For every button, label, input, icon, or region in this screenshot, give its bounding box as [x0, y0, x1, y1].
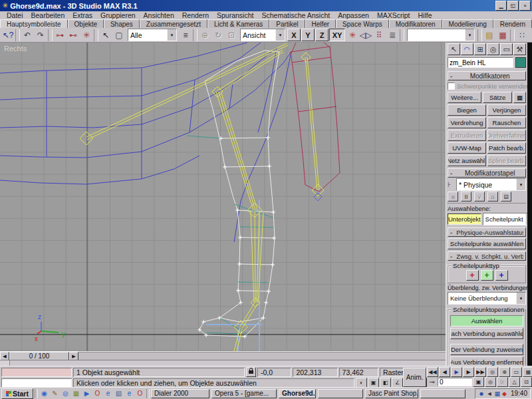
modifier-button[interactable]: Verjüngen: [487, 104, 526, 116]
next-frame-button[interactable]: ▶: [463, 367, 474, 377]
crossing-toggle-icon[interactable]: ▣: [368, 378, 379, 388]
quicklaunch-ie2-icon[interactable]: e: [124, 389, 134, 398]
degradation-toggle-icon[interactable]: ◐: [356, 378, 367, 388]
use-pivot-checkbox[interactable]: [448, 82, 455, 90]
active-toggle-icon[interactable]: ☼: [448, 192, 458, 201]
toolbar-tab[interactable]: Modifikatoren: [389, 19, 442, 28]
named-selection-sets-dropdown[interactable]: [407, 29, 475, 41]
tray-app-icon[interactable]: ◆: [502, 390, 507, 397]
menu-item[interactable]: Datei: [3, 11, 27, 19]
zoom-all-icon[interactable]: ⊕: [499, 367, 510, 377]
coordinate-z-field[interactable]: 73,462: [339, 368, 378, 377]
tray-user-icon[interactable]: ☻: [478, 390, 484, 397]
quicklaunch-internet-icon[interactable]: ◉: [39, 389, 49, 398]
restrict-xy-button[interactable]: XY: [329, 29, 345, 41]
align-icon[interactable]: ≣: [386, 29, 399, 41]
task-button[interactable]: [318, 389, 363, 398]
minimize-button[interactable]: ▁: [495, 1, 507, 11]
display-tab[interactable]: ▭: [500, 43, 513, 55]
ik-toggle-icon[interactable]: ✳: [346, 29, 359, 41]
utilities-tab[interactable]: ⚒: [513, 43, 526, 55]
pin-stack-icon[interactable]: ⊦: [448, 181, 455, 188]
menu-item[interactable]: MAXScript: [373, 11, 414, 19]
zoom-extents-all-icon[interactable]: ▦: [523, 367, 532, 377]
selection-lock-icon[interactable]: [246, 367, 256, 377]
region-zoom-icon[interactable]: ▣: [473, 377, 484, 387]
menu-item[interactable]: Hilfe: [414, 11, 436, 19]
min-max-toggle-icon[interactable]: ⊡: [521, 377, 532, 387]
vertex-type-blue-button[interactable]: +: [495, 270, 508, 281]
subobject-button[interactable]: Unterobjekt: [448, 213, 481, 225]
rollout-selection-status[interactable]: - Physique-Auswahlstatus: [448, 227, 526, 237]
toolbar-tab[interactable]: Zusammengesetzt: [140, 19, 207, 28]
unlink-icon[interactable]: ⊷: [66, 29, 80, 41]
select-by-link-button[interactable]: Nach Verbindung auswählen: [450, 328, 523, 339]
material-editor-icon[interactable]: ∷: [515, 29, 529, 41]
go-end-button[interactable]: ▶▶: [475, 367, 486, 377]
quicklaunch-image-icon[interactable]: ▧: [114, 389, 124, 398]
toolbar-tab[interactable]: Partikel: [269, 19, 305, 28]
mini-listener-macro[interactable]: [1, 368, 72, 377]
restore-button[interactable]: ◱: [507, 1, 519, 11]
motion-tab[interactable]: ◎: [487, 43, 499, 55]
selection-filter-dropdown[interactable]: Alle: [128, 29, 177, 41]
hierarchy-tab[interactable]: ⊞: [474, 43, 487, 55]
task-button[interactable]: Dialer 2000: [151, 389, 209, 398]
tray-volume-icon[interactable]: ◄: [487, 390, 493, 397]
select-button[interactable]: Auswählen: [450, 315, 523, 327]
modifier-button[interactable]: Extrudieren: [448, 130, 486, 141]
quicklaunch-opera2-icon[interactable]: O: [135, 389, 145, 398]
modifier-stack-dropdown[interactable]: * Physique: [456, 178, 526, 191]
select-vertices-button[interactable]: Scheitelpunkte auswählen: [448, 238, 526, 249]
settings-icon[interactable]: ⊟: [501, 192, 511, 201]
quicklaunch-mail-icon[interactable]: ✎: [50, 389, 60, 398]
current-frame-field[interactable]: [438, 378, 472, 386]
task-button[interactable]: Opera 5 - [game...: [211, 389, 277, 398]
menu-item[interactable]: Spuransicht: [213, 11, 257, 19]
array-icon[interactable]: ⠿: [372, 29, 386, 41]
create-tab[interactable]: ↖: [448, 43, 460, 55]
menu-item[interactable]: Extras: [68, 11, 96, 19]
close-button[interactable]: ×: [519, 1, 531, 11]
rollout-link-assignment[interactable]: - Zwsg. v. Schpkt. u. Verbdg.: [448, 251, 526, 261]
arc-rotate-icon[interactable]: △: [509, 377, 520, 387]
select-by-name-icon[interactable]: ≡: [179, 29, 192, 41]
make-unique-icon[interactable]: ∨: [474, 192, 485, 201]
toolbar-tab[interactable]: Helfer: [305, 19, 336, 28]
modifier-sets-button[interactable]: Sätze: [483, 92, 512, 103]
select-and-link-icon[interactable]: ⊶: [53, 29, 66, 41]
modifier-button[interactable]: Netz auswähl.: [448, 155, 486, 166]
schematic-view-icon[interactable]: ▦: [496, 29, 509, 41]
restrict-y-button[interactable]: Y: [301, 29, 315, 41]
rotate-icon[interactable]: ↻: [211, 29, 225, 41]
key-mode-icon[interactable]: ⊸: [427, 378, 437, 386]
modifier-button[interactable]: Spline bearb.: [487, 155, 526, 166]
start-button[interactable]: Start: [1, 388, 33, 399]
blending-dropdown[interactable]: Keine Überblendung: [448, 292, 526, 305]
field-of-view-icon[interactable]: ◎: [485, 377, 496, 387]
menu-item[interactable]: Bearbeiten: [27, 11, 69, 19]
remove-modifier-icon[interactable]: ⌂: [487, 192, 498, 201]
reference-coordsys-dropdown[interactable]: Ansicht: [240, 29, 285, 41]
object-color-swatch[interactable]: [515, 57, 526, 68]
quicklaunch-search-icon[interactable]: ◎: [61, 389, 70, 398]
prev-frame-button[interactable]: ◀: [439, 367, 450, 377]
angle-snap-icon[interactable]: ∠: [392, 378, 403, 388]
restrict-x-button[interactable]: X: [287, 29, 301, 41]
modifier-button[interactable]: UVW-Map: [448, 142, 486, 154]
modifier-button[interactable]: Verdrehung: [448, 117, 486, 128]
remove-from-link-button[interactable]: Aus Verbindung entfernen: [450, 356, 523, 366]
modify-tab[interactable]: ◠: [461, 43, 473, 55]
toolbar-tab[interactable]: Space Warps: [336, 19, 389, 28]
redo-icon[interactable]: ↷: [34, 29, 47, 41]
object-name-field[interactable]: [448, 57, 513, 68]
scale-icon[interactable]: ⊡: [225, 29, 238, 41]
toolbar-tab[interactable]: Rendern: [493, 19, 532, 28]
subobject-level-dropdown[interactable]: Scheitelpunkt: [483, 213, 527, 225]
zoom-icon[interactable]: ◎: [487, 367, 498, 377]
modifier-button[interactable]: Drehverfahren: [487, 130, 526, 141]
coordinate-y-field[interactable]: 202,313: [293, 368, 337, 377]
menu-item[interactable]: Anpassen: [334, 11, 373, 19]
menu-item[interactable]: Gruppieren: [96, 11, 140, 19]
region-select-icon[interactable]: ▢: [112, 29, 126, 41]
